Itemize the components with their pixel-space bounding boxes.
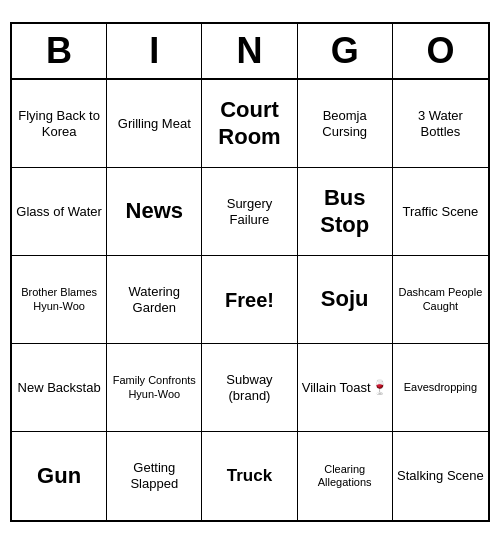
bingo-card: BINGO Flying Back to KoreaGrilling MeatC… <box>10 22 490 522</box>
bingo-cell-10[interactable]: Brother Blames Hyun-Woo <box>12 256 107 344</box>
bingo-cell-17[interactable]: Subway (brand) <box>202 344 297 432</box>
bingo-cell-12[interactable]: Free! <box>202 256 297 344</box>
bingo-header: BINGO <box>12 24 488 80</box>
bingo-letter-n: N <box>202 24 297 78</box>
bingo-letter-i: I <box>107 24 202 78</box>
bingo-cell-7[interactable]: Surgery Failure <box>202 168 297 256</box>
bingo-cell-20[interactable]: Gun <box>12 432 107 520</box>
bingo-cell-8[interactable]: Bus Stop <box>298 168 393 256</box>
bingo-letter-o: O <box>393 24 488 78</box>
bingo-cell-16[interactable]: Family Confronts Hyun-Woo <box>107 344 202 432</box>
bingo-cell-0[interactable]: Flying Back to Korea <box>12 80 107 168</box>
bingo-cell-15[interactable]: New Backstab <box>12 344 107 432</box>
bingo-cell-9[interactable]: Traffic Scene <box>393 168 488 256</box>
bingo-letter-g: G <box>298 24 393 78</box>
bingo-cell-4[interactable]: 3 Water Bottles <box>393 80 488 168</box>
bingo-cell-13[interactable]: Soju <box>298 256 393 344</box>
bingo-cell-2[interactable]: Court Room <box>202 80 297 168</box>
bingo-letter-b: B <box>12 24 107 78</box>
bingo-cell-21[interactable]: Getting Slapped <box>107 432 202 520</box>
bingo-cell-18[interactable]: Villain Toast🍷 <box>298 344 393 432</box>
bingo-cell-11[interactable]: Watering Garden <box>107 256 202 344</box>
bingo-cell-24[interactable]: Stalking Scene <box>393 432 488 520</box>
bingo-cell-3[interactable]: Beomja Cursing <box>298 80 393 168</box>
bingo-cell-14[interactable]: Dashcam People Caught <box>393 256 488 344</box>
bingo-cell-19[interactable]: Eavesdropping <box>393 344 488 432</box>
bingo-cell-22[interactable]: Truck <box>202 432 297 520</box>
bingo-cell-6[interactable]: News <box>107 168 202 256</box>
bingo-cell-5[interactable]: Glass of Water <box>12 168 107 256</box>
bingo-cell-23[interactable]: Clearing Allegations <box>298 432 393 520</box>
bingo-cell-1[interactable]: Grilling Meat <box>107 80 202 168</box>
bingo-grid: Flying Back to KoreaGrilling MeatCourt R… <box>12 80 488 520</box>
